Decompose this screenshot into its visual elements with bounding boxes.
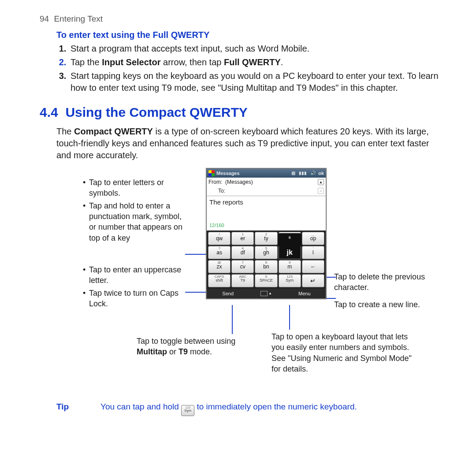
key-zx[interactable]: @zx: [208, 260, 231, 273]
key-er[interactable]: 1er: [231, 232, 254, 245]
key-df[interactable]: 4df: [231, 246, 254, 259]
message-body[interactable]: The reports 12/160: [207, 196, 326, 231]
callout-letters: Tap to enter letters or symbols.: [83, 177, 184, 199]
titlebar: Messages ▦ ▮▮▮ 🔊 ok: [207, 169, 326, 178]
message-form: From: (Messages) ▲ To: ≡: [207, 178, 326, 196]
key-qw[interactable]: !qw: [208, 232, 231, 245]
right-callouts: Tap to delete the previous character. Ta…: [334, 271, 440, 310]
key-t9[interactable]: ABCT9: [231, 274, 254, 287]
callout-hold-punct: Tap and hold to enter a punctuation mark…: [83, 201, 184, 243]
keyboard-icon: [260, 291, 268, 296]
connector-line: [326, 277, 336, 278]
subheading-full-qwerty: To enter text using the Full QWERTY: [56, 29, 441, 41]
page-number: 94: [40, 14, 49, 23]
key-op[interactable]: _op: [302, 232, 324, 245]
ok-button[interactable]: ok: [318, 170, 324, 177]
softkey-send[interactable]: Send: [207, 289, 249, 299]
key-sym[interactable]: 123Sym: [279, 274, 301, 287]
key-bn[interactable]: 8bn: [255, 260, 277, 273]
callout-delete: Tap to delete the previous character.: [334, 271, 440, 293]
key-[interactable]: ↵: [302, 274, 324, 287]
message-text: The reports: [209, 198, 243, 206]
connector-line: [232, 305, 233, 334]
softkey-bar: Send ▲ Menu: [207, 289, 326, 299]
phone-screenshot: Messages ▦ ▮▮▮ 🔊 ok From: (Messages) ▲ T…: [206, 168, 326, 299]
step-2: Tap the Input Selector arrow, then tap F…: [69, 56, 441, 68]
to-label: To:: [208, 187, 227, 194]
tip-label: Tip: [56, 401, 100, 416]
callout-capslock: Tap twice to turn on Caps Lock.: [83, 288, 184, 309]
from-row: From: (Messages) ▲: [207, 178, 326, 186]
connector-line: [185, 292, 207, 293]
key-m[interactable]: 9m: [279, 260, 301, 273]
to-row[interactable]: To: ≡: [207, 186, 326, 195]
network-icon: ▦: [290, 170, 296, 176]
compact-qwerty-keyboard: !qw1er2ty3ui_op ?as4df5gh6jk'l @zx7cv8bn…: [207, 231, 326, 289]
page-header: 94 Entering Text: [40, 13, 441, 25]
softkey-menu[interactable]: Menu: [283, 289, 326, 299]
volume-icon: 🔊: [309, 170, 316, 176]
from-value: (Messages): [225, 178, 317, 186]
key-l[interactable]: 'l: [302, 246, 324, 259]
chevron-up-icon: ▲: [268, 291, 272, 296]
key-jk[interactable]: 6jk: [279, 246, 301, 259]
softkey-keyboard-selector[interactable]: ▲: [249, 289, 283, 299]
tip-text: You can tap and hold 123Sym to immediate…: [100, 401, 441, 416]
scroll-up-icon[interactable]: ▲: [318, 179, 324, 185]
steps-list: Start a program that accepts text input,…: [56, 43, 441, 94]
windows-flag-icon: [208, 170, 215, 176]
step-1: Start a program that accepts text input,…: [69, 43, 441, 55]
tip-row: Tip You can tap and hold 123Sym to immed…: [56, 401, 441, 416]
char-counter: 12/160: [209, 222, 224, 229]
connector-line: [326, 298, 336, 299]
connector-line: [289, 305, 290, 330]
section-name: Entering Text: [54, 14, 103, 23]
figure: Tap to enter letters or symbols. Tap and…: [56, 168, 441, 398]
scroll-handle-icon[interactable]: ≡: [318, 188, 324, 194]
callout-uppercase: Tap to enter an uppercase letter.: [83, 264, 184, 286]
key-shift[interactable]: CAPSshift: [208, 274, 231, 287]
key-space[interactable]: 0SPACE: [255, 274, 277, 287]
intro-paragraph: The Compact QWERTY is a type of on-scree…: [56, 126, 441, 161]
key-gh[interactable]: 5gh: [255, 246, 277, 259]
callout-toggle-mode: Tap to toggle between using Multitap or …: [137, 336, 260, 357]
left-callouts: Tap to enter letters or symbols. Tap and…: [83, 177, 184, 311]
signal-icon: ▮▮▮: [298, 170, 308, 176]
titlebar-title: Messages: [216, 170, 240, 177]
callout-numeric-symbol: Tap to open a keyboard layout that lets …: [271, 331, 417, 374]
step-3: Start tapping keys on the keyboard as yo…: [69, 70, 441, 94]
callout-newline: Tap to create a new line.: [334, 299, 440, 310]
from-label: From:: [208, 178, 225, 186]
key-as[interactable]: ?as: [208, 246, 231, 259]
section-heading: 4.4 Using the Compact QWERTY: [40, 104, 441, 122]
sym-key-inline-icon: 123Sym: [181, 405, 194, 416]
key-ty[interactable]: 2ty: [255, 232, 277, 245]
key-cv[interactable]: 7cv: [231, 260, 254, 273]
connector-line: [185, 254, 207, 255]
key-[interactable]: ←: [302, 260, 324, 273]
